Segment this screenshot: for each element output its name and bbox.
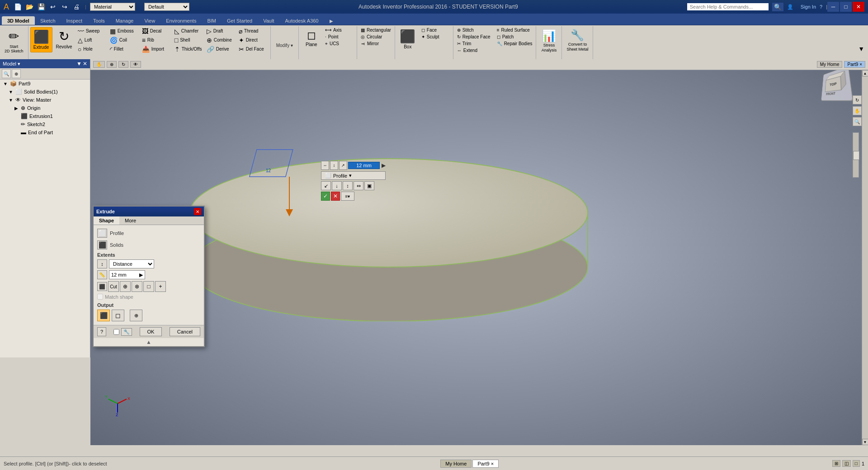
op-join-button[interactable]: ⊕ [120, 281, 131, 292]
viewcube-face[interactable]: TOP FRONT [821, 66, 853, 101]
viewport-toolbar-btn-2[interactable]: ⊕ [107, 61, 117, 68]
op-intersect-button[interactable]: ⊗ [132, 281, 142, 292]
op-new-body-button[interactable]: □ [143, 281, 154, 292]
tab-tools[interactable]: Tools [88, 16, 110, 25]
dimension-arrow[interactable]: ▶ [382, 162, 386, 169]
dim-left-btn[interactable]: ↔ [321, 161, 329, 170]
tab-bim[interactable]: BIM [202, 16, 222, 25]
thread-button[interactable]: ⌀Thread [237, 27, 269, 36]
extrude-button[interactable]: ⬛ Extrude [30, 27, 52, 52]
direction-btn-1[interactable]: ↙ [321, 181, 331, 190]
viewport-toolbar-btn-4[interactable]: 👁 [130, 61, 141, 68]
dialog-tab-more[interactable]: More [119, 216, 142, 225]
import-button[interactable]: 📥Import [140, 45, 172, 54]
dialog-titlebar[interactable]: Extrude ✕ [94, 207, 204, 216]
qa-new-button[interactable]: 📄 [13, 2, 23, 12]
op-btn-1[interactable]: ▣ [364, 181, 374, 190]
search-input[interactable] [687, 3, 769, 10]
chamfer-button[interactable]: ◺Chamfer [173, 27, 204, 36]
ucs-button[interactable]: ⌖UCS [323, 41, 355, 47]
cancel-mini-button[interactable]: ✕ [331, 192, 340, 201]
dim-type-btn[interactable]: ↕ [330, 161, 338, 170]
output-symmetry-button[interactable]: ⊕ [130, 310, 142, 321]
thicken-button[interactable]: ⇡Thick/Offs [173, 45, 204, 54]
tree-item-extrusion1[interactable]: ⬛ Extrusion1 [0, 112, 90, 120]
my-home-button[interactable]: My Home [817, 61, 843, 68]
ok-button[interactable]: OK [140, 327, 162, 336]
solids-field-button[interactable]: ⬛ [97, 240, 107, 249]
dialog-help-button[interactable]: ? [97, 327, 106, 336]
dialog-close-button[interactable]: ✕ [194, 208, 201, 215]
tab-get-started[interactable]: Get Started [222, 16, 258, 25]
dialog-collapse-arrow[interactable]: ▲ [94, 338, 204, 346]
derive-button[interactable]: 🔗Derive [205, 45, 236, 54]
profile-field-button[interactable]: ⬜ [97, 229, 107, 238]
qa-open-button[interactable]: 📂 [24, 2, 34, 12]
search-button[interactable]: 🔍 [772, 3, 783, 11]
loft-button[interactable]: △Loft [76, 36, 108, 45]
tree-item-solid-bodies[interactable]: ▼ ⬜ Solid Bodies(1) [0, 88, 90, 96]
profile-button[interactable]: ⬜ Profile ▾ [321, 171, 386, 180]
axis-button[interactable]: ⟷Axis [323, 27, 355, 33]
zoom-button[interactable]: 🔍 [853, 117, 862, 126]
confirm-button[interactable]: ✓ [321, 192, 330, 201]
box-button[interactable]: ⬛ Box [397, 27, 419, 52]
op-cut-button[interactable]: Cut [108, 281, 119, 292]
orbit-button[interactable]: ↻ [853, 95, 862, 104]
tab-sketch[interactable]: Sketch [35, 16, 61, 25]
draft-button[interactable]: ▷Draft [205, 27, 236, 36]
status-tab-part9[interactable]: Part9 × [472, 460, 499, 468]
tab-vault[interactable]: Vault [258, 16, 279, 25]
tab-more[interactable]: ▶ [324, 17, 339, 25]
stitch-button[interactable]: ⊕Stitch [455, 27, 495, 33]
panel-filter-button[interactable]: ▼ [76, 61, 82, 67]
face-button[interactable]: ◻Face [420, 27, 451, 33]
viewcube[interactable]: TOP FRONT [818, 68, 854, 104]
panel-tool-expand[interactable]: ⊕ [12, 69, 21, 78]
footer-checkbox[interactable] [113, 329, 119, 335]
patch-button[interactable]: ◻Patch [495, 34, 534, 40]
circular-button[interactable]: ◎Circular [359, 34, 393, 40]
tab-3d-model[interactable]: 3D Model [2, 16, 35, 25]
dialog-tab-shape[interactable]: Shape [94, 216, 119, 225]
tree-item-origin[interactable]: ▶ ⊕ Origin [0, 104, 90, 112]
output-surface-button[interactable]: ◻ [112, 310, 124, 321]
status-btn-3[interactable]: □ [853, 460, 860, 467]
coil-button[interactable]: 🌀Coil [108, 36, 140, 45]
mirror-button[interactable]: ⫤Mirror [359, 41, 393, 47]
trim-button[interactable]: ✂Trim [455, 41, 495, 47]
3d-viewport[interactable]: 12 ↔ ↕ ↗ 12 mm ▶ ⬜ Profile ▾ ↙ ↓ ↕ ⇔ ▣ ✓… [90, 59, 868, 445]
delete-face-button[interactable]: ✂Del Face [237, 45, 269, 54]
pan-button[interactable]: ✋ [853, 106, 862, 115]
dimension-input[interactable]: 12 mm [348, 162, 380, 169]
ribbon-expand-button[interactable]: ▼ [858, 45, 864, 52]
viewport-toolbar-btn-1[interactable]: ✋ [93, 61, 105, 68]
tree-item-part9[interactable]: ▼ 📦 Part9 [0, 80, 90, 88]
material-dropdown[interactable]: Material [90, 3, 135, 11]
status-tab-my-home[interactable]: My Home [440, 460, 472, 468]
dim-mode-btn[interactable]: ↗ [339, 161, 347, 170]
part9-tab[interactable]: Part9 × [844, 61, 865, 68]
tree-item-sketch2[interactable]: ✏ Sketch2 [0, 120, 90, 128]
panel-close-button[interactable]: ✕ [83, 61, 87, 67]
output-solid-button[interactable]: ⬛ [97, 310, 110, 321]
point-button[interactable]: ·Point [323, 34, 355, 40]
tab-manage[interactable]: Manage [110, 16, 139, 25]
qa-save-button[interactable]: 💾 [36, 2, 46, 12]
shell-button[interactable]: □Shell [173, 36, 204, 45]
sym-btn[interactable]: ⇔ [354, 181, 363, 190]
start-2d-sketch-button[interactable]: ✏ Start2D Sketch [2, 27, 26, 56]
status-btn-2[interactable]: ◫ [842, 460, 851, 467]
convert-sheet-metal-button[interactable]: 🔧 Convert toSheet Metal [564, 27, 591, 53]
style-dropdown[interactable]: Default [144, 3, 189, 11]
tab-view[interactable]: View [139, 16, 160, 25]
sweep-button[interactable]: 〰Sweep [76, 27, 108, 36]
revolve-button[interactable]: ↻ Revolve [53, 27, 75, 52]
match-shape-checkbox[interactable] [97, 294, 103, 300]
tab-inspect[interactable]: Inspect [61, 16, 88, 25]
extend-button[interactable]: ↔Extend [455, 47, 495, 54]
maximize-button[interactable]: □ [840, 2, 852, 12]
scroll-down-button[interactable]: ▼ [862, 439, 868, 445]
extents-value-field[interactable]: 12 mm ▶ [109, 270, 145, 279]
sculpt-button[interactable]: ✦Sculpt [420, 34, 451, 40]
